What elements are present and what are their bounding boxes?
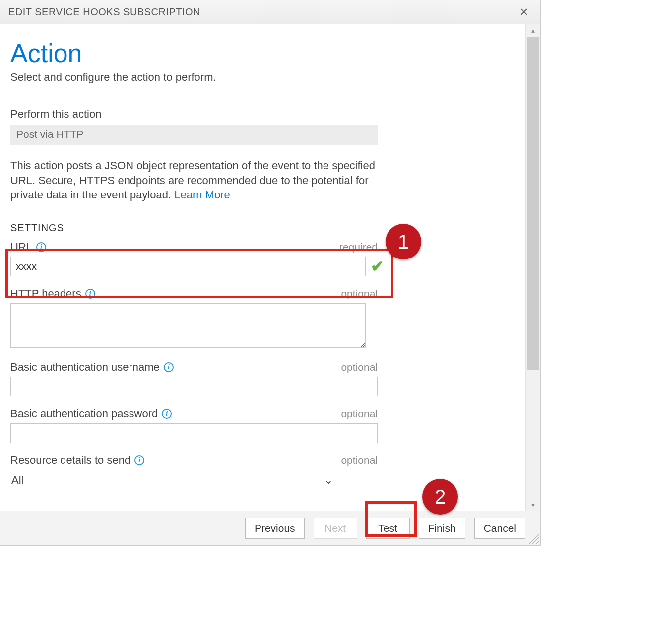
resource-details-value: All <box>11 474 23 487</box>
resize-grip-icon[interactable] <box>528 533 539 544</box>
url-hint: required <box>339 241 378 253</box>
annotation-callout-1: 1 <box>386 224 421 259</box>
info-icon[interactable]: i <box>85 289 95 299</box>
action-value: Post via HTTP <box>10 125 378 145</box>
next-button[interactable]: Next <box>314 518 357 539</box>
basic-pass-input[interactable] <box>10 423 378 443</box>
page-subtitle: Select and configure the action to perfo… <box>10 71 516 84</box>
test-button[interactable]: Test <box>366 518 410 539</box>
resource-details-select[interactable]: All ⌄ <box>10 470 338 491</box>
resource-details-label: Resource details to send <box>10 454 130 467</box>
learn-more-link[interactable]: Learn More <box>174 189 230 201</box>
field-basic-user: Basic authentication username i optional <box>10 361 516 396</box>
dialog-header: EDIT SERVICE HOOKS SUBSCRIPTION ✕ <box>0 0 540 24</box>
basic-pass-label: Basic authentication password <box>10 407 158 420</box>
basic-user-input[interactable] <box>10 377 378 396</box>
checkmark-icon: ✔ <box>371 257 384 276</box>
field-basic-pass: Basic authentication password i optional <box>10 407 516 443</box>
settings-heading: SETTINGS <box>10 222 516 234</box>
cancel-button[interactable]: Cancel <box>474 518 525 539</box>
info-icon[interactable]: i <box>162 409 172 419</box>
dialog-title: EDIT SERVICE HOOKS SUBSCRIPTION <box>8 6 200 18</box>
basic-pass-hint: optional <box>341 408 378 420</box>
info-icon[interactable]: i <box>36 242 46 252</box>
annotation-callout-2: 2 <box>422 479 458 515</box>
field-url: URL i required ✔ <box>10 241 516 276</box>
basic-user-label: Basic authentication username <box>10 361 160 374</box>
finish-button[interactable]: Finish <box>419 518 465 539</box>
http-headers-hint: optional <box>341 288 378 300</box>
scrollbar-thumb[interactable] <box>527 37 539 370</box>
field-http-headers: HTTP headers i optional <box>10 287 516 350</box>
scrollbar[interactable]: ▴ ▾ <box>525 24 540 511</box>
dialog-body: Action Select and configure the action t… <box>0 24 525 511</box>
url-label: URL <box>10 241 32 254</box>
chevron-down-icon: ⌄ <box>324 474 333 487</box>
basic-user-hint: optional <box>341 361 378 373</box>
info-icon[interactable]: i <box>164 362 174 372</box>
dialog-footer: Previous Next Test Finish Cancel <box>0 511 540 545</box>
url-input[interactable] <box>10 257 366 276</box>
action-label: Perform this action <box>10 108 516 121</box>
close-icon[interactable]: ✕ <box>516 4 533 21</box>
http-headers-label: HTTP headers <box>10 287 81 300</box>
dialog: EDIT SERVICE HOOKS SUBSCRIPTION ✕ Action… <box>0 0 541 546</box>
action-description: This action posts a JSON object represen… <box>10 158 388 202</box>
page-title: Action <box>10 38 516 68</box>
resource-details-hint: optional <box>341 454 378 466</box>
http-headers-input[interactable] <box>10 303 366 348</box>
scroll-up-icon[interactable]: ▴ <box>526 26 540 34</box>
info-icon[interactable]: i <box>134 455 144 465</box>
previous-button[interactable]: Previous <box>245 518 305 539</box>
scroll-down-icon[interactable]: ▾ <box>526 501 540 509</box>
